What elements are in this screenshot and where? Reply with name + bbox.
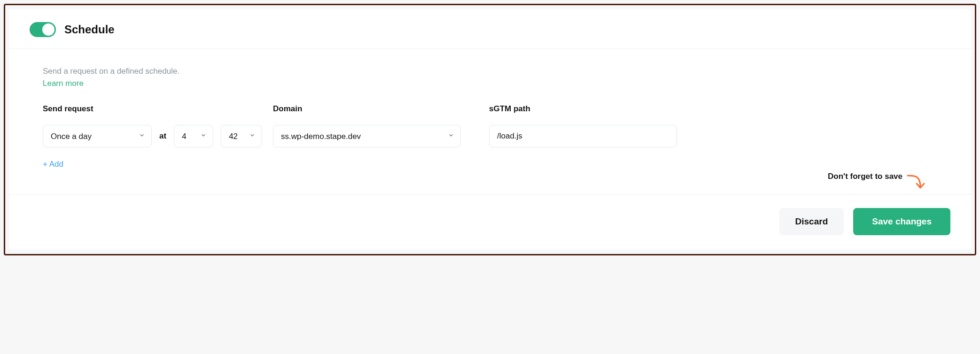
card-header: Schedule [9, 9, 971, 49]
form-row: Send request Once a day at [43, 104, 937, 169]
discard-button[interactable]: Discard [779, 208, 844, 235]
card-body: Send a request on a defined schedule. Le… [9, 49, 971, 194]
frequency-select-wrap: Once a day [43, 125, 152, 147]
hour-select[interactable]: 4 [174, 125, 213, 147]
sgtm-path-label: sGTM path [489, 104, 677, 114]
domain-label: Domain [273, 104, 461, 114]
save-changes-button[interactable]: Save changes [853, 208, 950, 235]
schedule-toggle[interactable] [30, 22, 56, 37]
schedule-card: Schedule Send a request on a defined sch… [9, 9, 971, 194]
send-request-label: Send request [43, 104, 245, 114]
send-request-column: Send request Once a day at [43, 104, 245, 169]
sgtm-path-column: sGTM path [489, 104, 677, 147]
minute-select-wrap: 42 [221, 125, 262, 147]
domain-select-wrap: ss.wp-demo.stape.dev [273, 125, 461, 147]
minute-select[interactable]: 42 [221, 125, 262, 147]
add-schedule-link[interactable]: + Add [43, 160, 245, 169]
toggle-knob [42, 23, 54, 36]
arrow-down-right-icon [906, 171, 926, 192]
schedule-description: Send a request on a defined schedule. [43, 67, 937, 76]
domain-column: Domain ss.wp-demo.stape.dev [273, 104, 461, 147]
sgtm-path-input[interactable] [489, 125, 677, 147]
save-hint: Don't forget to save [828, 171, 926, 192]
panel-frame: Schedule Send a request on a defined sch… [4, 4, 976, 255]
frequency-select[interactable]: Once a day [43, 125, 152, 147]
learn-more-link[interactable]: Learn more [43, 79, 84, 88]
hour-select-wrap: 4 [174, 125, 213, 147]
card-title: Schedule [64, 23, 115, 36]
send-request-inputs: Once a day at 4 [43, 125, 245, 147]
card-footer: Discard Save changes [9, 194, 971, 249]
at-label: at [159, 131, 166, 141]
domain-select[interactable]: ss.wp-demo.stape.dev [273, 125, 461, 147]
save-hint-text: Don't forget to save [828, 171, 902, 181]
